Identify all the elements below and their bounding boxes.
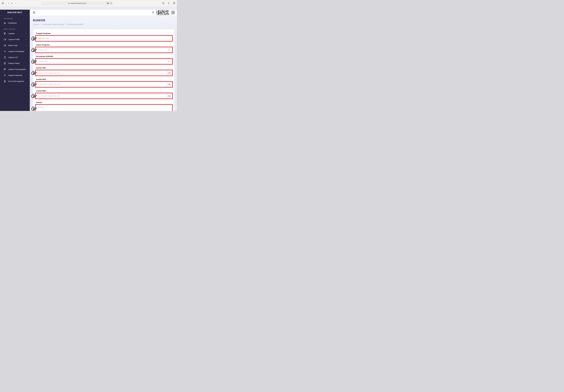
unit-addon: KL xyxy=(167,70,172,75)
breadcrumb-separator: / xyxy=(65,24,66,25)
wallet-icon xyxy=(4,44,6,47)
field-label-tanggal-pengisian: Tanggal Pengisian xyxy=(36,32,173,34)
sidebar-item-master-data[interactable]: Master Data xyxy=(0,42,30,48)
chevron-down-icon xyxy=(168,50,170,50)
breadcrumb-item-permohonan-layanan-lainnya[interactable]: Permohonan Layanan Lainnya xyxy=(42,24,64,25)
input-placeholder: Jumlah MFO Dalam Kilo Liter xyxy=(38,83,60,85)
pointer-hand-icon xyxy=(31,70,37,76)
field-jumlah-mdo: Jumlah MDOJumlah MDO Dalam Kilo LiterKL xyxy=(35,90,173,99)
catatan-textarea[interactable]: Catatan xyxy=(36,105,172,111)
stamp-box-icon xyxy=(4,80,6,82)
textarea-placeholder: Catatan xyxy=(38,106,44,108)
chat-icon xyxy=(4,68,6,71)
sidebar-item-label: Dashboard xyxy=(8,22,16,24)
tab-chevron-down-icon[interactable] xyxy=(8,3,9,4)
user-name-censored xyxy=(156,10,169,15)
tanggal-pengisian-input[interactable]: 26/03/2025 xyxy=(36,36,172,41)
chevron-right-icon xyxy=(25,39,27,40)
jumlah-hsd-input-group: Jumlah HSD Dalam Kilo LiterKL xyxy=(36,70,172,75)
highlight-region: Jumlah MFO Dalam Kilo LiterKL xyxy=(35,81,173,88)
pointer-hand-icon xyxy=(31,82,37,87)
sidebar-item-sla-km-inaportnet[interactable]: SLA & KM Inaportnet xyxy=(0,78,30,84)
reload-icon[interactable] xyxy=(110,2,112,4)
sidebar-item-label: Master Data xyxy=(8,44,17,46)
chevron-right-icon xyxy=(25,33,27,34)
date-part: / xyxy=(41,37,41,39)
address-bar[interactable]: inaportnet.dephub.go.id A文 xyxy=(41,1,113,5)
sidebar-item-label: Layanan xyxy=(8,32,15,34)
browser-nav-controls xyxy=(1,2,17,4)
pointer-hand-icon xyxy=(31,93,37,98)
share-icon[interactable] xyxy=(162,2,165,5)
sidebar-item-label: Laporan UJT xyxy=(8,56,18,58)
jumlah-mdo-input[interactable]: Jumlah MDO Dalam Kilo Liter xyxy=(36,94,167,98)
input-placeholder: Jumlah HSD Dalam Kilo Liter xyxy=(38,72,60,74)
stamp-box-icon xyxy=(4,62,6,65)
highlight-region: Choose one xyxy=(35,47,173,53)
field-label-lokasi-pengisian: Lokasi Pengisian xyxy=(36,44,173,46)
sidebar-item-label: SLA & KM Inaportnet xyxy=(8,80,24,82)
field-jumlah-mfo: Jumlah MFOJumlah MFO Dalam Kilo LiterKL xyxy=(35,78,173,88)
sidebar-item-label: Layanan Pembatalan xyxy=(8,50,24,52)
lokasi-pengisian-select[interactable]: Choose one xyxy=(36,47,172,52)
sidebar: INAPORTNET DASHBOARDDashboardMENU LAYANA… xyxy=(0,10,30,111)
avatar[interactable] xyxy=(171,11,175,14)
jumlah-mdo-input-group: Jumlah MDO Dalam Kilo LiterKL xyxy=(36,94,172,98)
new-tab-icon[interactable] xyxy=(167,2,170,4)
file-icon xyxy=(4,56,6,59)
svg-text:A: A xyxy=(107,3,108,4)
sidebar-item-laporan-permasalahan[interactable]: Laporan Permasalahan xyxy=(0,66,30,72)
jumlah-mfo-input-group: Jumlah MFO Dalam Kilo LiterKL xyxy=(36,82,172,87)
app-header xyxy=(30,10,177,15)
field-label-jumlah-mfo: Jumlah MFO xyxy=(36,78,173,80)
notification-bell-icon[interactable] xyxy=(152,11,154,14)
tabs-overview-icon[interactable] xyxy=(173,2,175,4)
toolbar-lower-band xyxy=(0,6,177,10)
page-title: BUNKER xyxy=(33,19,174,22)
x-icon xyxy=(4,50,6,53)
select-placeholder: Choose one xyxy=(38,60,47,62)
sidebar-item-layanan-pnbp[interactable]: Layanan PNBP xyxy=(0,36,30,42)
sidebar-item-layanan-pembatalan[interactable]: Layanan Pembatalan xyxy=(0,48,30,54)
breadcrumb: Layanan/Permohonan Layanan Lainnya/Permo… xyxy=(33,24,174,25)
breadcrumb-item-layanan[interactable]: Layanan xyxy=(33,24,39,25)
bunker-form: Tanggal Pengisian26/03/2025Lokasi Pengis… xyxy=(35,32,173,111)
highlight-region: Catatan xyxy=(35,104,173,111)
svg-text:文: 文 xyxy=(108,3,109,4)
sidebar-item-laporan-ujt[interactable]: Laporan UJT xyxy=(0,54,30,60)
input-placeholder: Jumlah MDO Dalam Kilo Liter xyxy=(38,95,60,97)
sidebar-item-dashboard[interactable]: Dashboard xyxy=(0,20,30,26)
sidebar-item-label: Endorse PMKU xyxy=(8,62,20,64)
select-placeholder: Choose one xyxy=(38,49,47,51)
date-part: 2025 xyxy=(45,37,49,39)
field-label-jumlah-mdo: Jumlah MDO xyxy=(36,90,173,92)
chevron-right-icon xyxy=(25,44,27,46)
field-label-jumlah-hsd: Jumlah HSD xyxy=(36,67,173,69)
sidebar-section-label: MENU LAYANAN xyxy=(0,28,30,30)
sidebar-item-endorse-pmku[interactable]: Endorse PMKU xyxy=(0,60,30,66)
wallet-icon xyxy=(4,38,6,41)
perusahaan-bunker-select[interactable]: Choose one xyxy=(36,59,172,64)
pointer-hand-icon xyxy=(31,36,37,41)
pointer-hand-icon xyxy=(31,47,37,53)
home-icon xyxy=(4,22,6,24)
jumlah-mfo-input[interactable]: Jumlah MFO Dalam Kilo Liter xyxy=(36,82,167,87)
translate-icon[interactable]: A文 xyxy=(107,2,109,4)
field-tanggal-pengisian: Tanggal Pengisian26/03/2025 xyxy=(35,32,173,41)
highlight-region: Choose one xyxy=(35,58,173,65)
sidebar-section-label: DASHBOARD xyxy=(0,18,30,19)
date-part: 03 xyxy=(42,37,43,39)
jumlah-hsd-input[interactable]: Jumlah HSD Dalam Kilo Liter xyxy=(36,70,167,75)
forward-icon[interactable] xyxy=(15,2,17,4)
sidebar-item-support-inaportnet[interactable]: Support Inaportnet xyxy=(0,72,30,78)
person-icon xyxy=(4,74,6,77)
sidebar-toggle-icon[interactable] xyxy=(1,2,4,4)
menu-toggle-icon[interactable] xyxy=(33,12,35,14)
field-label-catatan: Catatan xyxy=(36,101,173,103)
pointer-hand-icon xyxy=(31,59,37,64)
breadcrumb-separator: / xyxy=(40,24,41,25)
unit-addon: KL xyxy=(167,94,172,98)
field-jumlah-hsd: Jumlah HSDJumlah HSD Dalam Kilo LiterKL xyxy=(35,67,173,76)
back-icon[interactable] xyxy=(11,2,13,4)
sidebar-item-layanan[interactable]: Layanan xyxy=(0,30,30,36)
